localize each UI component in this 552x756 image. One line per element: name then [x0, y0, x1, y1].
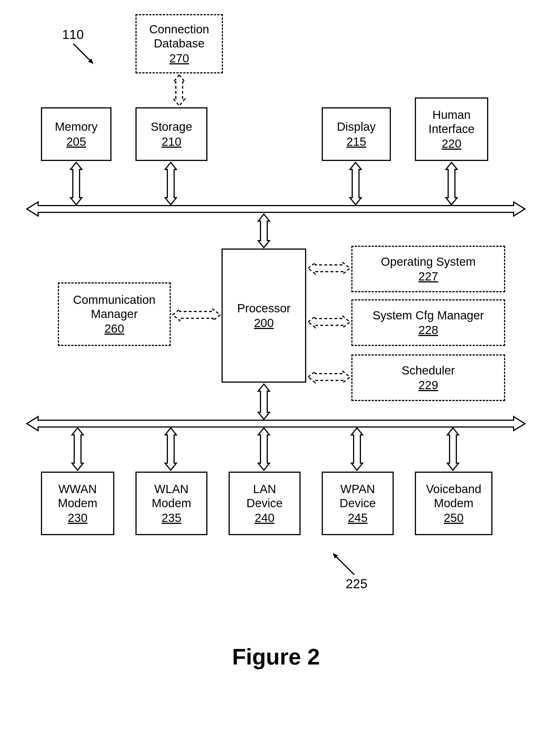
arrow-bus-lan — [258, 428, 270, 470]
arrow-processor-scheduler — [308, 371, 350, 383]
arrow-bus-voiceband — [447, 428, 458, 470]
diagram-canvas: 110 ConnectionDatabase 270 Memory 205 St… — [0, 0, 552, 756]
bus-top — [27, 202, 525, 216]
arrow-processor-bus-bottom — [258, 384, 270, 419]
arrow-processor-os — [308, 262, 350, 274]
arrow-bus-processor-top — [258, 214, 270, 248]
arrow-display-bus — [350, 163, 361, 205]
arrow-storage-bus — [165, 163, 176, 205]
arrow-conndb-storage — [173, 75, 185, 106]
bus-bottom — [27, 417, 525, 431]
arrow-processor-syscfg — [308, 316, 350, 328]
arrow-bus-wlan — [165, 428, 176, 470]
arrow-memory-bus — [71, 163, 82, 205]
arrow-humanif-bus — [446, 163, 457, 205]
arrow-commmgr-processor — [173, 309, 220, 321]
arrow-bus-wpan — [352, 428, 363, 470]
connectors-layer — [0, 0, 552, 756]
arrow-bus-wwan — [72, 428, 83, 470]
